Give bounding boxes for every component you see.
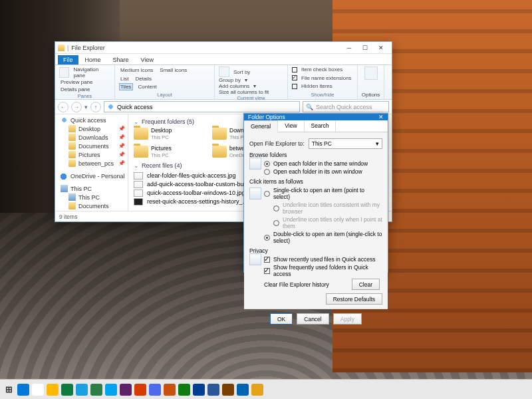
nav-item-downloads[interactable]: Downloads📌 xyxy=(55,133,128,142)
search-icon: 🔍 xyxy=(306,104,313,110)
radio-own-window[interactable] xyxy=(264,169,270,175)
click-items-icon xyxy=(249,188,261,200)
quick-access-icon xyxy=(107,103,114,110)
address-input[interactable]: Quick access xyxy=(104,101,300,112)
close-button[interactable]: ✕ xyxy=(373,42,389,53)
nav-item-between-pcs[interactable]: between_pcs📌 xyxy=(55,159,128,168)
taskbar-app-icon[interactable] xyxy=(164,384,176,396)
cancel-button[interactable]: Cancel xyxy=(297,313,329,325)
browse-folders-icon xyxy=(249,158,261,170)
pin-icon: 📌 xyxy=(118,126,125,132)
click-items-heading: Click items as follows xyxy=(249,178,382,185)
start-button[interactable]: ⊞ xyxy=(3,384,15,396)
sort-by-button[interactable]: Sort by xyxy=(233,69,250,75)
ribbon-group-label: Panes xyxy=(59,93,110,99)
preview-pane-button[interactable]: Preview pane xyxy=(59,78,94,86)
taskbar-app-icon[interactable] xyxy=(178,384,190,396)
folder-tile[interactable]: DesktopThis PC xyxy=(134,128,207,140)
group-by-button[interactable]: Group by xyxy=(219,77,241,83)
tab-share[interactable]: Share xyxy=(108,55,134,65)
nav-onedrive[interactable]: OneDrive - Personal xyxy=(55,172,128,180)
chevron-down-icon: ▾ xyxy=(376,140,379,147)
taskbar-app-icon[interactable] xyxy=(47,384,59,396)
layout-small-icons[interactable]: Small icons xyxy=(158,66,188,74)
taskbar-app-icon[interactable] xyxy=(105,384,117,396)
ribbon-group-label: Layout xyxy=(119,92,210,98)
back-button[interactable]: ← xyxy=(58,102,68,112)
dialog-tab-search[interactable]: Search xyxy=(305,120,336,132)
folder-icon xyxy=(134,128,148,140)
maximize-button[interactable]: ☐ xyxy=(357,42,373,53)
search-input[interactable]: 🔍 Search Quick access xyxy=(303,101,389,112)
add-columns-button[interactable]: Add columns xyxy=(219,83,249,89)
forward-button[interactable]: → xyxy=(71,102,82,112)
hidden-items-checkbox[interactable] xyxy=(292,84,297,89)
taskbar-app-icon[interactable] xyxy=(76,384,88,396)
details-pane-button[interactable]: Details pane xyxy=(59,86,91,93)
checkbox-recent-files[interactable] xyxy=(264,257,270,263)
clear-button[interactable]: Clear xyxy=(352,279,380,290)
file-extensions-checkbox[interactable] xyxy=(292,75,297,80)
recent-locations-button[interactable]: ▾ xyxy=(84,104,88,110)
taskbar-app-icon[interactable] xyxy=(222,384,234,396)
folder-tile[interactable]: PicturesThis PC xyxy=(134,146,207,158)
nav-item-documents[interactable]: Documents📌 xyxy=(55,142,128,150)
clear-history-label: Clear File Explorer history xyxy=(264,281,329,288)
taskbar-app-icon[interactable] xyxy=(149,384,161,396)
taskbar-app-icon[interactable] xyxy=(32,384,44,396)
file-thumbnail-icon xyxy=(134,181,143,188)
nav-pc-documents[interactable]: Documents xyxy=(55,201,128,210)
restore-defaults-button[interactable]: Restore Defaults xyxy=(326,293,382,305)
nav-item-desktop[interactable]: Desktop📌 xyxy=(55,124,128,133)
radio-same-window[interactable] xyxy=(264,161,270,167)
taskbar-app-icon[interactable] xyxy=(134,384,146,396)
radio-single-click[interactable] xyxy=(264,191,270,197)
taskbar-app-icon[interactable] xyxy=(251,384,263,396)
minimize-button[interactable]: ─ xyxy=(341,42,357,53)
taskbar-app-icon[interactable] xyxy=(207,384,219,396)
folder-icon xyxy=(212,146,227,158)
dialog-tab-view[interactable]: View xyxy=(278,120,304,132)
tab-home[interactable]: Home xyxy=(80,55,106,65)
navigation-pane-button[interactable]: Navigation pane xyxy=(73,66,110,78)
ribbon-tabs: File Home Share View xyxy=(55,54,392,65)
taskbar-app-icon[interactable] xyxy=(120,384,132,396)
open-explorer-to-label: Open File Explorer to: xyxy=(249,140,305,147)
taskbar[interactable]: ⊞ xyxy=(0,379,532,399)
folder-icon xyxy=(58,45,65,51)
radio-underline-point xyxy=(273,220,279,226)
radio-double-click[interactable] xyxy=(264,235,270,241)
dialog-titlebar[interactable]: Folder Options ✕ xyxy=(244,114,388,120)
tab-file[interactable]: File xyxy=(58,55,78,65)
layout-details[interactable]: Details xyxy=(134,75,152,82)
ok-button[interactable]: OK xyxy=(270,313,293,325)
open-explorer-to-select[interactable]: This PC▾ xyxy=(309,138,382,149)
address-text: Quick access xyxy=(117,104,153,110)
dialog-tab-general[interactable]: General xyxy=(244,120,278,132)
dialog-close-button[interactable]: ✕ xyxy=(378,114,384,120)
titlebar[interactable]: | File Explorer ─ ☐ ✕ xyxy=(55,42,392,54)
taskbar-app-icon[interactable] xyxy=(193,384,205,396)
window-title: File Explorer xyxy=(71,45,105,51)
nav-quick-access[interactable]: Quick access xyxy=(55,116,128,124)
tab-view[interactable]: View xyxy=(136,55,159,65)
navigation-pane: Quick access Desktop📌 Downloads📌 Documen… xyxy=(55,114,128,211)
radio-underline-browser xyxy=(273,205,279,211)
nav-item-pictures[interactable]: Pictures📌 xyxy=(55,150,128,159)
nav-this-pc[interactable]: This PC xyxy=(55,184,128,193)
layout-medium-icons[interactable]: Medium icons xyxy=(119,66,154,74)
layout-list[interactable]: List xyxy=(119,75,130,82)
item-check-boxes-checkbox[interactable] xyxy=(292,67,297,72)
taskbar-app-icon[interactable] xyxy=(90,384,102,396)
checkbox-frequent-folders[interactable] xyxy=(264,268,270,274)
options-button[interactable]: Options xyxy=(362,92,380,98)
taskbar-app-icon[interactable] xyxy=(237,384,249,396)
apply-button[interactable]: Apply xyxy=(333,313,362,325)
size-columns-button[interactable]: Size all columns to fit xyxy=(219,89,269,95)
taskbar-app-icon[interactable] xyxy=(61,384,73,396)
layout-tiles[interactable]: Tiles xyxy=(119,83,133,90)
nav-pc-this-pc[interactable]: This PC xyxy=(55,193,128,201)
taskbar-app-icon[interactable] xyxy=(17,384,29,396)
layout-content[interactable]: Content xyxy=(137,83,158,90)
up-button[interactable]: ↑ xyxy=(90,102,101,112)
